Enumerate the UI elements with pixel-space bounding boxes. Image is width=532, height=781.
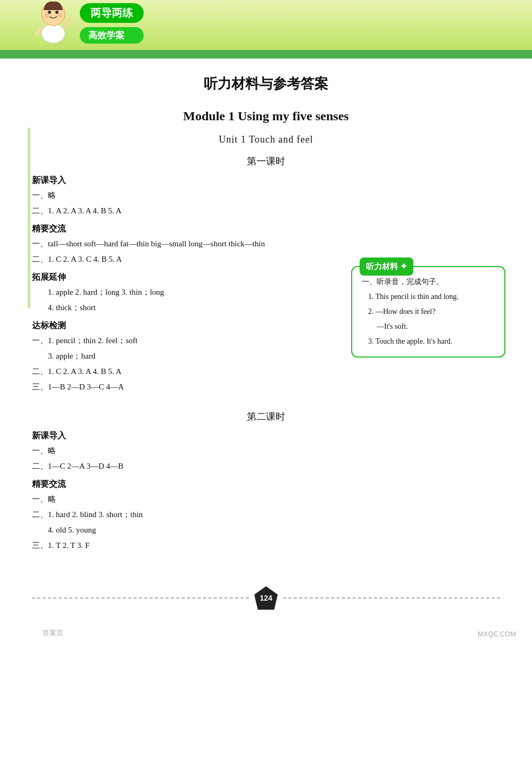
listening-material-box: 听力材料 ✦ 一、听录音，完成句子。 1. This pencil is thi… xyxy=(351,266,505,358)
svg-point-0 xyxy=(41,24,65,43)
s1-line2: 二、1. A 2. A 3. A 4. B 5. A xyxy=(32,204,500,218)
l2-s1-line2: 二、1—C 2—A 3—D 4—B xyxy=(32,459,500,473)
svg-line-7 xyxy=(65,19,70,27)
svg-point-4 xyxy=(45,13,49,18)
l2-section-xinkao-heading: 新课导入 xyxy=(32,430,500,442)
s4-line4: 三、1—B 2—D 3—C 4—A xyxy=(32,380,500,394)
listening-star-icon: ✦ xyxy=(400,259,407,275)
section-xinkao-heading: 新课导入 xyxy=(32,175,500,186)
listening-content: 一、听录音，完成句子。 1. This pencil is thin and l… xyxy=(362,275,495,349)
svg-point-5 xyxy=(57,13,62,18)
left-decoration-bar xyxy=(28,128,30,309)
s4-line3: 二、1. C 2. A 3. A 4. B 5. A xyxy=(32,364,500,379)
lesson2-title: 第二课时 xyxy=(32,410,500,423)
watermark-right: MXQE.COM xyxy=(478,630,516,638)
badge-two-guide: 两导两练 xyxy=(80,3,144,23)
listening-item2: 2. —How does it feel? xyxy=(362,304,495,319)
main-content: 听力材料与参考答案 Module 1 Using my five senses … xyxy=(0,59,532,643)
module-title: Module 1 Using my five senses xyxy=(32,109,500,123)
l2-section-jingao-heading: 精要交流 xyxy=(32,479,500,490)
lesson1-title: 第一课时 xyxy=(32,155,500,168)
listening-item2b: —It's soft. xyxy=(362,319,495,334)
s1-line1: 一、略 xyxy=(32,188,500,203)
listening-item1: 1. This pencil is thin and long. xyxy=(362,289,495,304)
svg-point-2 xyxy=(48,11,51,14)
footer-dashed-right xyxy=(283,597,500,599)
svg-point-3 xyxy=(55,11,59,14)
listening-label: 听力材料 ✦ xyxy=(360,257,413,276)
page-footer-area: 124 xyxy=(32,585,500,611)
footer-dashed-left xyxy=(32,597,249,599)
watermark-left: 答案页 xyxy=(43,628,63,638)
l2-s2-line2: 二、1. hard 2. blind 3. short；thin xyxy=(32,508,500,522)
l2-s2-line1: 一、略 xyxy=(32,492,500,506)
unit-title: Unit 1 Touch and feel xyxy=(32,134,500,145)
listening-item3: 3. Touch the apple. It's hard. xyxy=(362,334,495,349)
l2-s2-line3: 4. old 5. young xyxy=(32,523,500,537)
page-number-diamond: 124 xyxy=(254,586,278,610)
svg-line-6 xyxy=(36,27,41,35)
page-header: 两导两练 高效学案 xyxy=(0,0,532,59)
badge-efficient: 高效学案 xyxy=(80,27,144,44)
s2-line2: 二、1. C 2. A 3. C 4. B 5. A xyxy=(32,252,500,267)
section-jingao-heading: 精要交流 xyxy=(32,223,500,235)
l2-s1-line1: 一、略 xyxy=(32,444,500,458)
mascot-figure xyxy=(32,0,74,43)
listening-title: 一、听录音，完成句子。 xyxy=(362,275,495,289)
l2-s2-line4: 三、1. T 2. T 3. F xyxy=(32,538,500,553)
page-title: 听力材料与参考答案 xyxy=(32,74,500,93)
s2-line1: 一、tall—short soft—hard fat—thin big—smal… xyxy=(32,237,500,251)
